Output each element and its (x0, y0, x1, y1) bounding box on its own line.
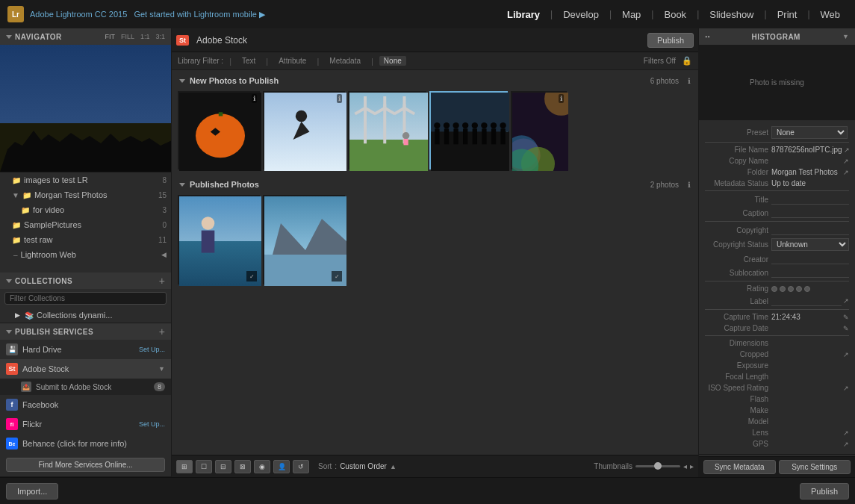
creator-input[interactable] (771, 254, 849, 264)
copyright-status-select[interactable]: Unknown (771, 238, 849, 251)
sort-value[interactable]: Custom Order (340, 462, 387, 470)
folder-images-to-test[interactable]: 📁 images to test LR 8 (0, 172, 171, 187)
subtitle-arrow[interactable]: ▶ (259, 10, 265, 19)
rating-dot-4[interactable] (796, 286, 802, 292)
navigator-1-1[interactable]: 1:1 (140, 33, 150, 40)
snowboard-info-icon: ℹ (337, 94, 342, 103)
copyright-input[interactable] (771, 225, 849, 235)
rating-dot-3[interactable] (788, 286, 794, 292)
publish-services-header[interactable]: Publish Services + (0, 323, 171, 340)
new-photos-header[interactable]: New Photos to Publish 6 photos ℹ (175, 73, 695, 88)
view-compare-button[interactable]: ⊟ (215, 460, 231, 473)
import-button[interactable]: Import... (6, 483, 58, 500)
label-go-icon[interactable]: ↗ (843, 297, 849, 305)
thumbnail-larger-button[interactable]: ▸ (690, 462, 694, 470)
nav-print[interactable]: Print (770, 6, 805, 23)
navigator-canvas (0, 45, 171, 172)
focal-length-row: Focal Length (705, 371, 849, 382)
service-facebook[interactable]: f Facebook ‌ (0, 395, 171, 414)
mountain-badge: ✓ (332, 271, 342, 281)
sub-service-adobe-stock[interactable]: 📤 Submit to Adobe Stock 8 (0, 379, 171, 395)
navigator-fill[interactable]: FILL (121, 33, 134, 40)
service-adobe-stock[interactable]: St Adobe Stock ▼ (0, 359, 171, 379)
thumbnail-size-slider[interactable] (635, 465, 680, 467)
histogram-collapse[interactable]: ▼ (842, 33, 849, 40)
folder-video[interactable]: 📁 for video 3 (0, 202, 171, 217)
preset-select[interactable]: None (771, 126, 848, 139)
view-people-button[interactable]: 👤 (273, 460, 290, 473)
collections-add-button[interactable]: + (159, 276, 165, 286)
navigator-3-1[interactable]: 3:1 (155, 33, 165, 40)
view-rotate-left[interactable]: ↺ (293, 460, 309, 473)
photo-mountain[interactable]: ✓ (263, 195, 345, 284)
publish-services-add-button[interactable]: + (159, 326, 165, 337)
sort-direction[interactable]: ▲ (390, 463, 397, 470)
label-input[interactable] (771, 296, 842, 306)
view-loupe-button[interactable]: ☐ (196, 460, 212, 473)
navigator-fit[interactable]: FIT (105, 33, 115, 40)
iso-go-icon[interactable]: ↗ (843, 385, 849, 392)
folder-go-icon[interactable]: ↗ (843, 169, 849, 176)
view-survey-button[interactable]: ⊠ (234, 460, 251, 473)
photo-windmill[interactable] (348, 91, 426, 169)
folder-raw[interactable]: 📁 test raw 11 (0, 232, 171, 247)
service-hard-drive[interactable]: 💾 Hard Drive Set Up... (0, 340, 171, 359)
nav-slideshow[interactable]: Slideshow (702, 6, 761, 23)
histogram-icon: ▪▪ (705, 33, 709, 40)
slider-handle[interactable] (654, 462, 662, 470)
filter-attribute[interactable]: Attribute (274, 56, 311, 66)
pumpkin-canvas (179, 93, 261, 171)
lightroom-web[interactable]: – Lightroom Web ◀ (0, 247, 171, 262)
nav-develop[interactable]: Develop (556, 6, 606, 23)
folder-morgan[interactable]: ▼ 📁 Morgan Test Photos 15 (0, 187, 171, 202)
capture-time-edit-icon[interactable]: ✎ (843, 314, 849, 321)
photo-pumpkin[interactable]: ℹ (178, 91, 260, 169)
nav-web[interactable]: Web (813, 6, 848, 23)
caption-input[interactable] (771, 208, 849, 218)
filter-none[interactable]: None (379, 56, 406, 66)
adobe-stock-dropdown[interactable]: ▼ (158, 365, 165, 373)
collections-search-input[interactable] (4, 292, 167, 305)
gps-go-icon[interactable]: ↗ (843, 441, 849, 448)
published-photos-header[interactable]: Published Photos 2 photos ℹ (175, 177, 695, 192)
photo-person[interactable]: ✓ (178, 195, 260, 284)
navigator-header[interactable]: Navigator FIT FILL 1:1 3:1 (0, 28, 171, 45)
bottom-publish-button[interactable]: Publish (800, 483, 849, 500)
app-subtitle[interactable]: Get started with Lightroom mobile (134, 10, 256, 19)
nav-library[interactable]: Library (500, 6, 547, 23)
thumbnail-smaller-button[interactable]: ◂ (683, 462, 687, 470)
lens-go-icon[interactable]: ↗ (843, 429, 849, 437)
hard-drive-setup[interactable]: Set Up... (139, 346, 165, 353)
rating-dot-1[interactable] (771, 286, 777, 292)
photo-bubbles[interactable]: ℹ (511, 91, 567, 169)
publish-services-title: Publish Services (6, 328, 93, 336)
rating-dot-5[interactable] (804, 286, 810, 292)
nav-map[interactable]: Map (615, 6, 648, 23)
filename-go-icon[interactable]: ↗ (844, 146, 850, 154)
sync-metadata-button[interactable]: Sync Metadata (703, 460, 776, 474)
photo-snowboard[interactable]: ℹ (263, 91, 345, 169)
service-flickr[interactable]: fl Flickr Set Up... (0, 414, 171, 434)
collection-dynamic[interactable]: ▶ 📚 Collections dynami... (0, 308, 171, 323)
view-map-button[interactable]: ◉ (254, 460, 270, 473)
collections-header[interactable]: Collections + (0, 273, 171, 289)
flickr-setup[interactable]: Set Up... (139, 420, 165, 428)
filter-text[interactable]: Text (237, 56, 260, 66)
folder-sample[interactable]: 📁 SamplePictures 0 (0, 217, 171, 232)
copyname-go-icon[interactable]: ↗ (843, 158, 849, 165)
rating-dot-2[interactable] (780, 286, 786, 292)
title-input[interactable] (771, 194, 849, 205)
service-behance[interactable]: Be Behance (click for more info) (0, 434, 171, 453)
publish-button[interactable]: Publish (647, 33, 694, 48)
capture-date-edit-icon[interactable]: ✎ (843, 325, 849, 332)
view-grid-button[interactable]: ⊞ (176, 460, 193, 473)
find-more-services[interactable]: Find More Services Online... (6, 458, 165, 472)
filter-lock-icon[interactable]: 🔒 (682, 56, 692, 66)
filter-metadata[interactable]: Metadata (325, 56, 365, 66)
sublocation-input[interactable] (771, 267, 849, 278)
sync-settings-button[interactable]: Sync Settings (779, 460, 851, 474)
photo-silhouette[interactable] (429, 91, 508, 169)
cropped-go-icon[interactable]: ↗ (843, 351, 849, 358)
histogram-header[interactable]: ▪▪ Histogram ▼ (699, 28, 855, 45)
nav-book[interactable]: Book (656, 6, 694, 23)
